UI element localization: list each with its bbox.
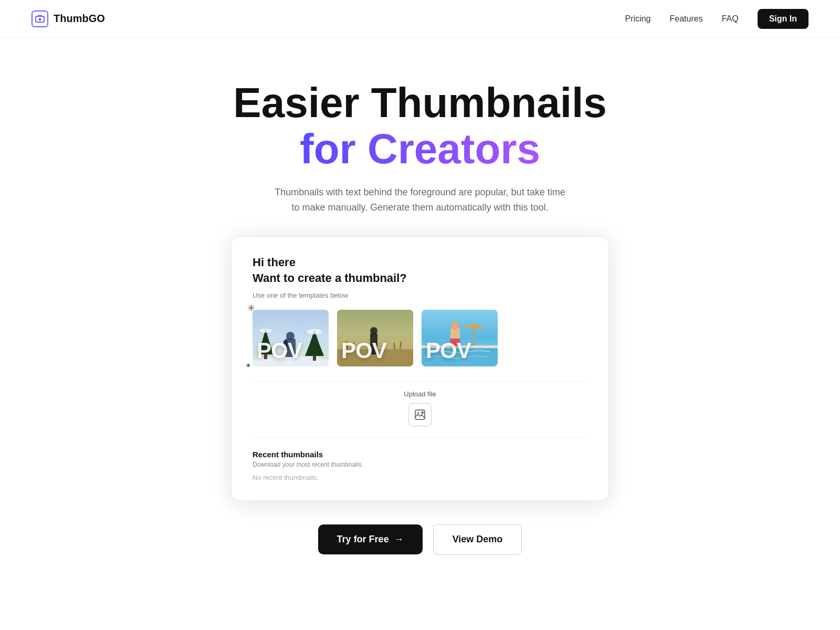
svg-point-31 [417,412,419,414]
thumbnail-field[interactable]: POV [337,310,413,366]
try-for-free-button[interactable]: Try for Free → [318,524,423,554]
nav-pricing[interactable]: Pricing [625,14,651,24]
thumbnail-pool[interactable]: POV [422,310,498,366]
cta-row: Try for Free → View Demo [318,524,522,555]
svg-point-14 [307,329,322,334]
try-arrow: → [394,534,404,545]
upload-section: Upload file [253,381,587,437]
svg-rect-30 [415,410,425,419]
recent-empty-message: No recent thumbnails. [253,474,587,481]
app-heading: Want to create a thumbnail? [253,271,587,285]
logo-text: ThumbGO [54,13,105,25]
recent-section: Recent thumbnails Download your most rec… [253,450,587,486]
svg-point-1 [39,18,41,20]
thumbnail-snow[interactable]: POV [253,310,329,366]
nav-faq[interactable]: FAQ [722,14,739,24]
upload-icon [414,408,426,421]
thumbnails-row: ✳ [253,310,587,366]
hero-section: Easier Thumbnails for Creators Thumbnail… [0,38,840,565]
nav-links: Pricing Features FAQ Sign In [625,9,808,29]
logo-icon [32,10,48,27]
signin-button[interactable]: Sign In [758,9,808,29]
view-demo-button[interactable]: View Demo [433,524,522,555]
thumb-pov-field: POV [341,338,386,363]
sparkle-icon-bl: ✦ [245,361,251,370]
app-greeting: Hi there [253,256,587,269]
try-label: Try for Free [337,534,389,545]
svg-point-18 [370,327,377,334]
app-use-template-label: Use one of the templates below [253,291,587,299]
svg-rect-9 [313,355,316,361]
nav-features[interactable]: Features [670,14,703,24]
svg-point-13 [259,329,272,333]
upload-label: Upload file [404,390,436,398]
recent-subtitle: Download your most recent thumbnails. [253,461,587,468]
hero-title-line1: Easier Thumbnails [233,80,606,126]
thumb-pov-snow: POV [257,338,302,363]
hero-title-line2: for Creators [300,126,540,172]
thumb-pov-pool: POV [426,338,471,363]
app-preview: Hi there Want to create a thumbnail? Use… [231,236,609,501]
svg-point-27 [451,321,459,330]
navbar: ThumbGO Pricing Features FAQ Sign In [0,0,840,38]
hero-subtitle: Thumbnails with text behind the foregrou… [273,185,567,215]
recent-title: Recent thumbnails [253,450,587,459]
logo[interactable]: ThumbGO [32,10,105,27]
upload-button[interactable] [408,403,432,426]
